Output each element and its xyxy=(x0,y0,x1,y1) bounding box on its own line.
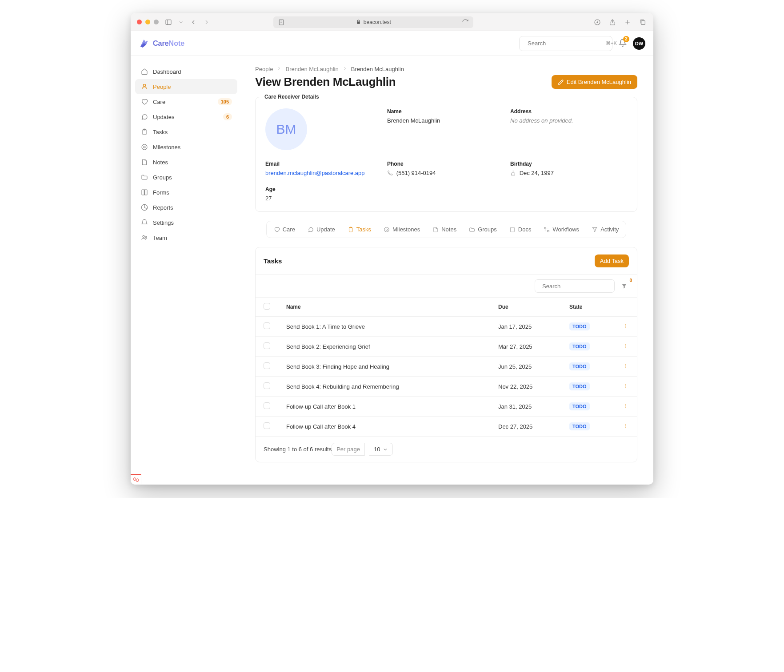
table-row[interactable]: Send Book 1: A Time to GrieveJan 17, 202… xyxy=(256,317,637,337)
address-label: Address xyxy=(510,108,627,115)
sidebar-item-dashboard[interactable]: Dashboard xyxy=(135,64,237,79)
birthday-label: Birthday xyxy=(510,161,627,167)
row-menu-button[interactable] xyxy=(615,397,637,417)
tab-docs[interactable]: Docs xyxy=(504,223,537,236)
heart-icon xyxy=(140,98,148,106)
phone-icon xyxy=(387,170,393,176)
chart-icon xyxy=(140,203,148,211)
table-row[interactable]: Send Book 2: Experiencing GriefMar 27, 2… xyxy=(256,337,637,357)
per-page-selector[interactable]: Per page 10 xyxy=(332,443,393,456)
close-window-button[interactable] xyxy=(137,20,142,24)
reload-icon[interactable] xyxy=(461,18,470,27)
traffic-lights xyxy=(137,20,159,24)
state-badge: TODO xyxy=(569,402,590,410)
chevron-down-icon[interactable] xyxy=(178,18,184,27)
table-row[interactable]: Follow-up Call after Book 4Dec 27, 2025T… xyxy=(256,417,637,437)
svg-point-34 xyxy=(625,363,626,364)
svg-point-15 xyxy=(144,146,145,148)
notifications-button[interactable]: 2 xyxy=(619,39,627,48)
crumb-person[interactable]: Brenden McLaughlin xyxy=(285,66,338,72)
user-avatar[interactable]: DW xyxy=(633,37,645,50)
table-row[interactable]: Send Book 3: Finding Hope and HealingJun… xyxy=(256,357,637,377)
sidebar-item-milestones[interactable]: Milestones xyxy=(135,139,237,155)
forward-icon[interactable] xyxy=(202,18,211,27)
sidebar-item-notes[interactable]: Notes xyxy=(135,155,237,170)
task-name: Send Book 3: Finding Hope and Healing xyxy=(278,357,490,377)
svg-rect-0 xyxy=(166,20,171,24)
maximize-window-button[interactable] xyxy=(154,20,159,24)
select-all-checkbox[interactable] xyxy=(264,303,270,310)
svg-point-38 xyxy=(625,386,626,386)
sidebar: Dashboard People Care 105 Updates 6 Task… xyxy=(131,56,242,485)
details-card: Care Receiver Details BM Name Brenden Mc… xyxy=(255,97,637,212)
sidebar-item-forms[interactable]: Forms xyxy=(135,185,237,200)
app-logo[interactable]: CareNote xyxy=(139,38,184,49)
new-tab-icon[interactable] xyxy=(623,18,632,27)
add-task-button[interactable]: Add Task xyxy=(595,254,629,267)
tab-update[interactable]: Update xyxy=(302,223,340,236)
tab-activity[interactable]: Activity xyxy=(586,223,624,236)
crumb-people[interactable]: People xyxy=(255,66,273,72)
tasks-search[interactable] xyxy=(535,279,615,293)
tab-milestones[interactable]: Milestones xyxy=(378,223,425,236)
sidebar-item-updates[interactable]: Updates 6 xyxy=(135,109,237,124)
download-icon[interactable] xyxy=(593,18,602,27)
row-checkbox[interactable] xyxy=(264,362,270,369)
svg-point-44 xyxy=(625,425,626,426)
sidebar-item-groups[interactable]: Groups xyxy=(135,170,237,185)
email-value[interactable]: brenden.mclaughlin@pastoralcare.app xyxy=(265,170,381,176)
table-row[interactable]: Send Book 4: Rebuilding and RememberingN… xyxy=(256,377,637,397)
row-menu-button[interactable] xyxy=(615,417,637,437)
svg-point-35 xyxy=(625,366,626,366)
tab-care[interactable]: Care xyxy=(268,223,300,236)
global-search[interactable]: ⌘+K xyxy=(519,36,612,51)
tab-tasks[interactable]: Tasks xyxy=(342,223,376,236)
search-input[interactable] xyxy=(528,40,602,47)
tasks-search-input[interactable] xyxy=(542,283,617,290)
sidebar-label: Reports xyxy=(153,204,173,211)
row-checkbox[interactable] xyxy=(264,382,270,389)
sidebar-item-reports[interactable]: Reports xyxy=(135,200,237,215)
sidebar-item-people[interactable]: People xyxy=(135,79,237,94)
reader-mode-icon[interactable] xyxy=(277,18,286,27)
tabs-overview-icon[interactable] xyxy=(638,18,647,27)
sidebar-badge: 105 xyxy=(218,98,232,105)
col-name[interactable]: Name xyxy=(278,298,490,317)
laravel-debug-icon[interactable] xyxy=(131,474,141,485)
row-menu-button[interactable] xyxy=(615,317,637,337)
sidebar-item-care[interactable]: Care 105 xyxy=(135,94,237,109)
back-icon[interactable] xyxy=(189,18,198,27)
row-menu-button[interactable] xyxy=(615,337,637,357)
row-checkbox[interactable] xyxy=(264,342,270,349)
sidebar-item-team[interactable]: Team xyxy=(135,230,237,245)
milestone-icon xyxy=(140,143,148,151)
share-icon[interactable] xyxy=(608,18,617,27)
address-bar[interactable]: beacon.test xyxy=(273,16,473,28)
svg-point-31 xyxy=(625,343,626,344)
app-header: CareNote ⌘+K 2 DW xyxy=(131,31,653,56)
tasks-heading: Tasks xyxy=(264,257,282,265)
tab-notes[interactable]: Notes xyxy=(427,223,462,236)
row-menu-button[interactable] xyxy=(615,357,637,377)
col-state[interactable]: State xyxy=(561,298,615,317)
logo-text: CareNote xyxy=(153,40,184,48)
sidebar-label: Groups xyxy=(153,174,172,181)
sidebar-item-tasks[interactable]: Tasks xyxy=(135,124,237,139)
tab-groups[interactable]: Groups xyxy=(464,223,502,236)
col-due[interactable]: Due xyxy=(490,298,561,317)
svg-point-16 xyxy=(142,144,147,150)
sidebar-toggle-icon[interactable] xyxy=(164,18,173,27)
row-checkbox[interactable] xyxy=(264,402,270,409)
row-menu-button[interactable] xyxy=(615,377,637,397)
task-due: Dec 27, 2025 xyxy=(490,417,561,437)
browser-chrome: beacon.test xyxy=(131,13,653,31)
minimize-window-button[interactable] xyxy=(145,20,150,24)
state-badge: TODO xyxy=(569,342,590,350)
row-checkbox[interactable] xyxy=(264,422,270,429)
table-row[interactable]: Follow-up Call after Book 1Jan 31, 2025T… xyxy=(256,397,637,417)
edit-person-button[interactable]: Edit Brenden McLaughlin xyxy=(552,75,637,89)
sidebar-item-settings[interactable]: Settings xyxy=(135,215,237,230)
filter-button[interactable]: 0 xyxy=(619,281,629,291)
row-checkbox[interactable] xyxy=(264,322,270,329)
tab-workflows[interactable]: Workflows xyxy=(538,223,584,236)
